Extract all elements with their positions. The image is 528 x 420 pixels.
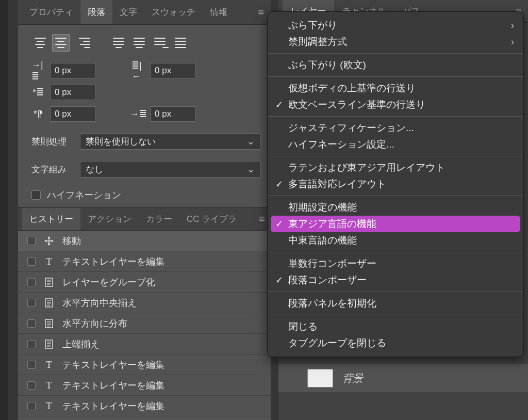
menu-item[interactable]: ✓東アジア言語の機能: [271, 216, 520, 232]
check-icon: ✓: [273, 274, 285, 286]
history-checkbox[interactable]: [27, 319, 36, 328]
menu-item[interactable]: 初期設定の機能: [268, 199, 523, 216]
menu-item[interactable]: ✓段落コンポーザー: [268, 272, 523, 288]
align-left-icon[interactable]: [31, 34, 49, 52]
chevron-down-icon: [247, 164, 255, 175]
menu-item[interactable]: ラテンおよび東アジア用レイアウト: [268, 159, 523, 176]
history-step-icon: [43, 276, 55, 288]
history-row[interactable]: 水平方向中央揃え: [18, 293, 271, 313]
check-icon: ✓: [273, 218, 285, 230]
history-row[interactable]: 移動: [18, 231, 271, 251]
tab-swatch[interactable]: スウォッチ: [144, 0, 203, 24]
check-icon: ✓: [273, 179, 285, 190]
menu-item[interactable]: ✓多言語対応レイアウト: [268, 176, 523, 192]
history-row[interactable]: レイヤーをグループ化: [18, 272, 271, 293]
tab-cc-libs[interactable]: CC ライブラ: [179, 208, 244, 230]
menu-item[interactable]: 閉じる: [268, 318, 523, 335]
history-checkbox[interactable]: [27, 278, 36, 286]
svg-rect-16: [45, 340, 53, 348]
history-checkbox[interactable]: [27, 299, 36, 307]
menu-item-label: タブグループを閉じる: [288, 336, 514, 350]
svg-text:T: T: [46, 401, 52, 411]
menu-item[interactable]: タブグループを閉じる: [268, 335, 523, 351]
submenu-chevron-icon: ›: [511, 37, 514, 47]
menu-item[interactable]: ぶら下がり›: [268, 17, 523, 34]
menu-item-label: 中東言語の機能: [288, 234, 514, 247]
menu-separator: [268, 53, 523, 54]
space-after-input[interactable]: [150, 106, 195, 122]
menu-item-label: 仮想ボディの上基準の行送り: [288, 82, 514, 95]
first-line-indent-input[interactable]: [50, 85, 95, 100]
tab-history[interactable]: ヒストリー: [22, 208, 80, 230]
history-row[interactable]: 上端揃え: [18, 334, 271, 354]
layer-thumbnail: [307, 369, 333, 387]
indent-left-input[interactable]: [50, 63, 95, 78]
tab-actions[interactable]: アクション: [80, 208, 139, 230]
align-right-icon[interactable]: [73, 34, 90, 52]
history-checkbox[interactable]: [27, 361, 36, 369]
tab-info[interactable]: 情報: [203, 0, 235, 24]
justify-center-icon[interactable]: [130, 34, 148, 52]
tab-color[interactable]: カラー: [139, 208, 179, 230]
menu-item[interactable]: 禁則調整方式›: [268, 34, 523, 50]
align-center-icon[interactable]: [52, 34, 70, 52]
hyphenation-checkbox[interactable]: [31, 190, 41, 200]
menu-item[interactable]: 中東言語の機能: [268, 232, 523, 249]
indent-right-input[interactable]: [150, 63, 195, 78]
history-row[interactable]: Tテキストレイヤーを編集: [18, 251, 271, 272]
menu-item[interactable]: ぶら下がり (欧文): [268, 57, 523, 73]
justify-right-icon[interactable]: [151, 34, 169, 52]
history-row[interactable]: Tテキストレイヤーを編集: [18, 354, 271, 375]
history-row[interactable]: Tテキストレイヤーを編集: [18, 375, 271, 396]
history-step-icon: T: [43, 379, 55, 392]
history-step-label: テキストレイヤーを編集: [62, 400, 267, 412]
menu-item[interactable]: ハイフネーション設定...: [268, 136, 523, 153]
menu-item-label: 閉じる: [288, 320, 514, 333]
tab-paragraph[interactable]: 段落: [80, 0, 112, 24]
mojikumi-label: 文字組み: [31, 164, 73, 175]
history-row[interactable]: 水平方向に分布: [18, 313, 271, 334]
history-step-icon: [43, 297, 55, 309]
history-step-icon: [43, 338, 55, 350]
kinsoku-select[interactable]: 禁則を使用しない: [80, 133, 260, 150]
svg-rect-6: [45, 299, 53, 307]
justify-all-icon[interactable]: [172, 34, 189, 52]
history-checkbox[interactable]: [27, 340, 36, 348]
svg-text:T: T: [46, 256, 52, 267]
svg-rect-1: [45, 278, 53, 286]
tab-character[interactable]: 文字: [112, 0, 144, 24]
first-line-indent-icon: *≣: [31, 87, 45, 98]
history-step-label: 水平方向中央揃え: [62, 297, 267, 309]
mojikumi-select[interactable]: なし: [80, 161, 260, 177]
history-checkbox[interactable]: [27, 237, 36, 245]
hyphenation-label: ハイフネーション: [47, 189, 121, 201]
check-icon: ✓: [273, 99, 285, 110]
menu-item-label: 多言語対応レイアウト: [288, 177, 514, 191]
menu-item[interactable]: 段落パネルを初期化: [268, 295, 523, 312]
submenu-chevron-icon: ›: [511, 20, 514, 31]
background-layer-row[interactable]: 背景: [278, 364, 528, 392]
history-checkbox[interactable]: [27, 402, 36, 410]
history-step-label: レイヤーをグループ化: [62, 276, 267, 288]
history-checkbox[interactable]: [27, 257, 36, 266]
space-before-input[interactable]: [50, 106, 95, 122]
justify-left-icon[interactable]: [110, 34, 127, 52]
history-list: 移動Tテキストレイヤーを編集レイヤーをグループ化水平方向中央揃え水平方向に分布上…: [18, 231, 271, 420]
history-checkbox[interactable]: [27, 381, 36, 390]
menu-separator: [268, 292, 523, 292]
menu-item-label: ぶら下がり: [288, 19, 508, 32]
menu-item[interactable]: ジャスティフィケーション...: [268, 120, 523, 136]
tab-properties[interactable]: プロパティ: [22, 0, 80, 24]
alignment-row: [31, 34, 260, 52]
background-layer-label: 背景: [342, 371, 363, 385]
indent-left-icon: →|≣: [31, 65, 45, 76]
menu-separator: [268, 76, 523, 77]
menu-separator: [268, 196, 523, 196]
menu-item-label: 単数行コンポーザー: [288, 257, 514, 270]
history-row[interactable]: 文字スタイルを設定: [18, 416, 271, 420]
menu-item[interactable]: ✓欧文ベースライン基準の行送り: [268, 96, 523, 113]
menu-item[interactable]: 仮想ボディの上基準の行送り: [268, 80, 523, 96]
history-row[interactable]: Tテキストレイヤーを編集: [18, 396, 271, 416]
paragraph-panel-menu[interactable]: ぶら下がり›禁則調整方式›ぶら下がり (欧文)仮想ボディの上基準の行送り✓欧文ベ…: [267, 11, 524, 357]
menu-item[interactable]: 単数行コンポーザー: [268, 255, 523, 272]
